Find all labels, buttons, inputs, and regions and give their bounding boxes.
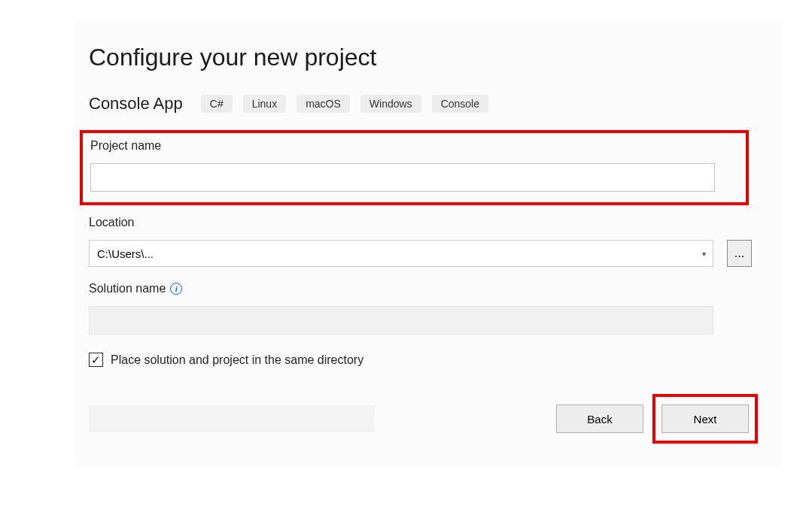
next-button-highlight: Next <box>652 394 758 444</box>
next-button[interactable]: Next <box>661 404 749 433</box>
solution-name-input <box>89 306 713 335</box>
project-name-label: Project name <box>90 139 738 153</box>
tag-csharp: C# <box>201 95 233 113</box>
configure-project-dialog: Configure your new project Console App C… <box>75 23 782 466</box>
tag-linux: Linux <box>243 95 286 113</box>
same-directory-label: Place solution and project in the same d… <box>111 353 363 367</box>
template-info-row: Console App C# Linux macOS Windows Conso… <box>84 94 752 114</box>
solution-name-label: Solution name <box>89 282 166 295</box>
location-input[interactable] <box>89 240 713 267</box>
project-name-input[interactable] <box>90 163 715 192</box>
solution-name-group: Solution name i <box>84 282 752 335</box>
location-label: Location <box>89 216 752 229</box>
check-icon: ✓ <box>91 354 101 365</box>
tag-console: Console <box>432 95 488 113</box>
same-directory-checkbox[interactable]: ✓ <box>89 353 103 367</box>
same-directory-row[interactable]: ✓ Place solution and project in the same… <box>84 353 752 367</box>
tag-windows: Windows <box>360 95 421 113</box>
info-icon[interactable]: i <box>170 283 182 295</box>
tag-macos: macOS <box>297 95 350 113</box>
page-title: Configure your new project <box>84 44 752 71</box>
project-name-highlight: Project name <box>80 130 749 205</box>
location-group: Location ▾ ... <box>84 216 752 267</box>
back-button[interactable]: Back <box>556 404 643 433</box>
footer-row: Back Next <box>84 401 752 436</box>
browse-button[interactable]: ... <box>727 240 752 267</box>
template-name: Console App <box>89 94 183 114</box>
footer-spacer <box>89 405 375 432</box>
